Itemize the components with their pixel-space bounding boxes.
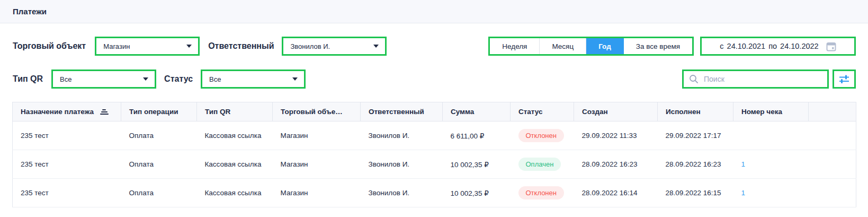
cell-trading-object: Магазин [273, 150, 361, 179]
period-button-alltime[interactable]: За все время [624, 38, 692, 54]
column-header-responsible: Ответственный [361, 102, 443, 121]
trading-object-value: Магазин [103, 42, 130, 50]
cell-qr-type: Кассовая ссылка [197, 179, 273, 207]
cell-purpose: 235 тест [13, 121, 121, 150]
filters-panel: Торговый объект Магазин Ответственный Зв… [0, 37, 868, 89]
chevron-down-icon [373, 45, 379, 48]
cell-created: 28.09.2022 16:23 [574, 150, 658, 179]
date-to-value: 24.10.2022 [780, 42, 819, 50]
cell-empty [809, 150, 856, 179]
search-icon [689, 74, 699, 84]
cell-amount: 10 002,35 ₽ [443, 150, 511, 179]
status-badge: Оплачен [518, 158, 561, 171]
responsible-select[interactable]: Звонилов И. [282, 37, 387, 56]
cell-status: Оплачен [511, 150, 574, 179]
sort-icon[interactable] [99, 108, 110, 116]
calendar-icon [826, 41, 836, 51]
payments-table: Назначение платежа Тип операции Тип QR Т… [12, 102, 856, 207]
cell-operation: Оплата [121, 150, 197, 179]
search-input[interactable] [703, 74, 822, 84]
cell-amount: 10 002,35 ₽ [443, 179, 511, 207]
date-from-prefix: с [720, 42, 723, 50]
table-row[interactable]: 235 тест Оплата Кассовая ссылка Магазин … [13, 150, 856, 179]
status-badge: Отклонен [518, 129, 564, 142]
trading-object-label: Торговый объект [13, 41, 86, 51]
cell-responsible: Звонилов И. [361, 150, 443, 179]
date-range-picker[interactable]: с 24.10.2021 по 24.10.2022 [700, 37, 856, 56]
qr-type-select[interactable]: Все [51, 70, 156, 89]
filter-row-2: Тип QR Все Статус Все [13, 70, 856, 89]
cell-qr-type: Кассовая ссылка [197, 150, 273, 179]
cell-created: 28.09.2022 16:14 [574, 179, 658, 207]
table-header: Назначение платежа Тип операции Тип QR Т… [13, 102, 856, 121]
column-header-trading-object: Торговый объе… [273, 102, 361, 121]
cell-trading-object: Магазин [273, 179, 361, 207]
cell-executed: 28.09.2022 16:15 [658, 179, 733, 207]
table-row[interactable]: 235 тест Оплата Кассовая ссылка Магазин … [13, 121, 856, 150]
status-label: Статус [164, 74, 193, 84]
column-header-amount: Сумма [443, 102, 511, 121]
column-header-operation: Тип операции [121, 102, 197, 121]
column-header-empty [809, 102, 856, 121]
date-from-value: 24.10.2021 [727, 42, 766, 50]
cell-receipt: 1 [733, 150, 809, 179]
period-button-month[interactable]: Месяц [540, 38, 586, 54]
column-header-purpose: Назначение платежа [13, 102, 121, 121]
cell-trading-object: Магазин [273, 121, 361, 150]
trading-object-select[interactable]: Магазин [95, 37, 200, 56]
column-header-executed: Исполнен [658, 102, 733, 121]
cell-responsible: Звонилов И. [361, 179, 443, 207]
chevron-down-icon [143, 77, 148, 81]
cell-receipt: 1 [733, 179, 809, 207]
cell-operation: Оплата [121, 121, 197, 150]
page-title: Платежи [13, 7, 47, 16]
qr-type-value: Все [60, 75, 71, 83]
cell-executed: 29.09.2022 17:17 [658, 121, 733, 150]
cell-status: Отклонен [511, 179, 574, 207]
chevron-down-icon [292, 77, 298, 81]
filter-settings-icon [838, 73, 850, 85]
cell-executed: 28.09.2022 16:23 [658, 150, 733, 179]
column-header-created: Создан [574, 102, 658, 121]
date-to-prefix: по [768, 42, 777, 50]
cell-created: 29.09.2022 11:33 [574, 121, 658, 150]
receipt-link[interactable]: 1 [741, 189, 746, 197]
chevron-down-icon [186, 45, 192, 48]
table-row[interactable]: 235 тест Оплата Кассовая ссылка Магазин … [13, 179, 856, 207]
cell-empty [809, 179, 856, 207]
cell-receipt [733, 121, 809, 150]
column-header-qr-type: Тип QR [197, 102, 273, 121]
cell-qr-type: Кассовая ссылка [197, 121, 273, 150]
period-button-year[interactable]: Год [586, 38, 624, 54]
cell-purpose: 235 тест [13, 179, 121, 207]
period-button-week[interactable]: Неделя [490, 38, 540, 54]
column-header-receipt: Номер чека [733, 102, 809, 121]
filter-row-1: Торговый объект Магазин Ответственный Зв… [13, 37, 856, 56]
column-header-label: Назначение платежа [21, 108, 94, 116]
responsible-label: Ответственный [208, 41, 274, 51]
cell-operation: Оплата [121, 179, 197, 207]
qr-type-label: Тип QR [13, 74, 43, 84]
cell-purpose: 235 тест [13, 150, 121, 179]
status-value: Все [209, 75, 221, 83]
status-badge: Отклонен [518, 186, 564, 199]
cell-amount: 6 611,00 ₽ [443, 121, 511, 150]
topbar: Платежи [0, 0, 868, 23]
filter-settings-button[interactable] [833, 70, 856, 89]
search-box [682, 70, 829, 89]
period-button-group: Неделя Месяц Год За все время [488, 37, 694, 56]
cell-empty [809, 121, 856, 150]
cell-responsible: Звонилов И. [361, 121, 443, 150]
responsible-value: Звонилов И. [290, 42, 330, 50]
receipt-link[interactable]: 1 [741, 160, 746, 168]
status-select[interactable]: Все [201, 70, 306, 89]
column-header-status: Статус [511, 102, 574, 121]
cell-status: Отклонен [511, 121, 574, 150]
